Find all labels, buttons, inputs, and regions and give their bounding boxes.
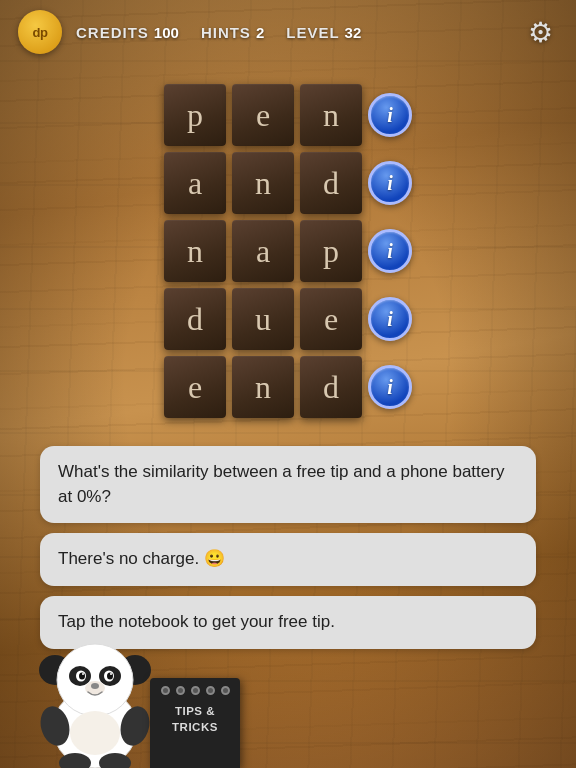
letter-cell[interactable]: n [164, 220, 226, 282]
letter-cell[interactable]: e [164, 356, 226, 418]
svg-point-10 [107, 673, 113, 680]
bottom-area: TIPS &TRICKS [0, 608, 576, 768]
notebook-label: TIPS &TRICKS [172, 703, 218, 735]
letter-cell[interactable]: n [300, 84, 362, 146]
word-row: duei [164, 288, 412, 350]
notebook-spiral [161, 686, 230, 695]
spiral-dot [191, 686, 200, 695]
letter-cell[interactable]: n [232, 152, 294, 214]
info-button[interactable]: i [368, 161, 412, 205]
svg-point-11 [110, 673, 112, 675]
letter-cell[interactable]: p [300, 220, 362, 282]
letter-cell[interactable]: e [300, 288, 362, 350]
svg-point-8 [82, 673, 84, 675]
letter-cell[interactable]: u [232, 288, 294, 350]
letter-cell[interactable]: d [300, 356, 362, 418]
letter-cell[interactable]: e [232, 84, 294, 146]
logo-text: dp [33, 25, 48, 40]
letter-cell[interactable]: a [164, 152, 226, 214]
info-button[interactable]: i [368, 93, 412, 137]
notebook[interactable]: TIPS &TRICKS [150, 678, 240, 768]
bubble-text: What's the similarity between a free tip… [58, 462, 504, 506]
hints-value: 2 [256, 24, 264, 41]
credits-label: CREDITS [76, 24, 149, 41]
settings-icon[interactable]: ⚙ [522, 14, 558, 50]
spiral-dot [206, 686, 215, 695]
hints-label: HINTS [201, 24, 251, 41]
letter-cell[interactable]: d [164, 288, 226, 350]
word-row: endi [164, 356, 412, 418]
letter-cell[interactable]: p [164, 84, 226, 146]
chat-bubble: There's no charge. 😀 [40, 533, 536, 586]
letter-cell[interactable]: d [300, 152, 362, 214]
svg-point-13 [91, 683, 99, 689]
credits-stat: CREDITS 100 [76, 24, 179, 41]
header-stats: CREDITS 100 HINTS 2 LEVEL 32 [76, 24, 522, 41]
logo[interactable]: dp [18, 10, 62, 54]
level-label: LEVEL [286, 24, 339, 41]
header: dp CREDITS 100 HINTS 2 LEVEL 32 ⚙ [0, 0, 576, 64]
info-button[interactable]: i [368, 297, 412, 341]
letter-cell[interactable]: a [232, 220, 294, 282]
letter-cell[interactable]: n [232, 356, 294, 418]
credits-value: 100 [154, 24, 179, 41]
bubble-text: There's no charge. 😀 [58, 549, 225, 568]
info-button[interactable]: i [368, 229, 412, 273]
panda [30, 608, 160, 768]
word-grid: peniandinapidueiendi [0, 84, 576, 418]
word-row: napi [164, 220, 412, 282]
svg-point-7 [79, 673, 85, 680]
info-button[interactable]: i [368, 365, 412, 409]
word-row: andi [164, 152, 412, 214]
level-value: 32 [345, 24, 362, 41]
spiral-dot [176, 686, 185, 695]
spiral-dot [161, 686, 170, 695]
chat-bubble: What's the similarity between a free tip… [40, 446, 536, 523]
hints-stat: HINTS 2 [201, 24, 264, 41]
level-stat: LEVEL 32 [286, 24, 361, 41]
spiral-dot [221, 686, 230, 695]
word-row: peni [164, 84, 412, 146]
svg-point-3 [57, 644, 133, 716]
svg-point-16 [70, 711, 120, 755]
